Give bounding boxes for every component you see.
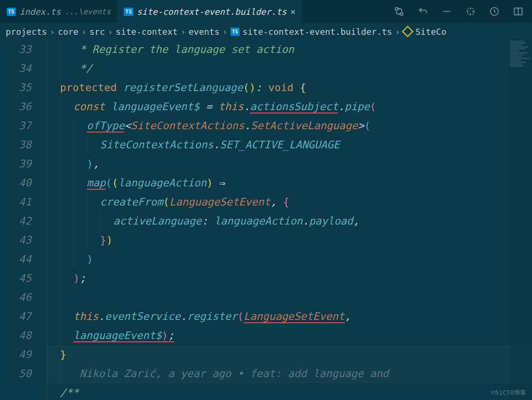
function: map bbox=[87, 177, 106, 190]
comment: * Register the language set action bbox=[73, 43, 294, 55]
split-editor-icon[interactable] bbox=[513, 6, 523, 17]
circle-dash-icon[interactable] bbox=[465, 6, 476, 17]
breadcrumb-item[interactable]: SiteCo bbox=[415, 27, 446, 37]
breadcrumb-item[interactable]: site-context-event.builder.ts bbox=[242, 27, 392, 37]
breadcrumb-item[interactable]: events bbox=[189, 27, 220, 37]
chevron-right-icon: › bbox=[395, 27, 400, 37]
code-editor[interactable]: 333435 363738 394041 424344 454647 48495… bbox=[0, 40, 532, 400]
ts-icon: TS bbox=[124, 8, 133, 16]
ts-icon: TS bbox=[231, 28, 240, 36]
dash-icon[interactable] bbox=[442, 6, 452, 17]
tab-label: index.ts bbox=[20, 7, 61, 17]
method: pipe bbox=[345, 101, 370, 113]
editor-actions bbox=[385, 0, 532, 23]
close-icon[interactable]: × bbox=[291, 7, 296, 17]
comment: /** bbox=[60, 387, 79, 399]
svg-point-1 bbox=[401, 13, 403, 16]
identifier: SiteContextActions bbox=[100, 139, 213, 151]
comment: */ bbox=[73, 62, 92, 74]
method-icon bbox=[401, 25, 414, 38]
identifier: languageAction bbox=[214, 215, 302, 227]
constant: SET_ACTIVE_LANGUAGE bbox=[220, 139, 340, 151]
breadcrumb-item[interactable]: core bbox=[58, 27, 79, 37]
method: register bbox=[187, 310, 237, 322]
function-name: registerSetLanguage bbox=[123, 82, 243, 93]
parameter: languageAction bbox=[118, 177, 206, 189]
code-content[interactable]: * Register the language set action */ pr… bbox=[43, 40, 532, 400]
property: activeLanguage bbox=[113, 215, 201, 227]
breadcrumb-item[interactable]: site-context bbox=[116, 27, 178, 37]
member: eventService bbox=[105, 310, 181, 322]
keyword: protected bbox=[60, 82, 117, 93]
git-compare-icon[interactable] bbox=[394, 6, 404, 17]
member: actionsSubject bbox=[250, 101, 338, 113]
tabs-bar: TS index.ts ...\events TS site-context-e… bbox=[0, 0, 532, 23]
type: LanguageSetEvent bbox=[170, 196, 271, 208]
breadcrumb[interactable]: projects› core› src› site-context› event… bbox=[0, 23, 532, 40]
variable: languageEvent$ bbox=[111, 101, 199, 113]
chevron-right-icon: › bbox=[108, 27, 113, 37]
type: SetActiveLanguage bbox=[251, 120, 358, 132]
type: LanguageSetEvent bbox=[244, 310, 345, 323]
svg-rect-7 bbox=[403, 26, 413, 36]
ts-icon: TS bbox=[7, 8, 16, 16]
keyword: this bbox=[73, 310, 99, 322]
watermark: ©51CTO博客 bbox=[492, 389, 526, 397]
chevron-right-icon: › bbox=[81, 27, 87, 37]
type: SiteContextActions bbox=[131, 120, 244, 132]
type: void bbox=[268, 82, 293, 93]
chevron-right-icon: › bbox=[222, 27, 228, 37]
tab-suffix: ...\events bbox=[65, 7, 110, 16]
svg-point-0 bbox=[395, 8, 398, 10]
chevron-right-icon: › bbox=[50, 27, 55, 37]
keyword: this bbox=[219, 101, 244, 113]
variable: languageEvent$ bbox=[73, 329, 161, 342]
keyword: const bbox=[73, 101, 105, 113]
member: payload bbox=[309, 215, 353, 227]
tab-active[interactable]: TS site-context-event.builder.ts × bbox=[117, 0, 302, 23]
chevron-right-icon: › bbox=[181, 27, 186, 37]
breadcrumb-item[interactable]: src bbox=[90, 27, 105, 37]
tab-inactive[interactable]: TS index.ts ...\events bbox=[0, 0, 117, 23]
git-blame: Nikola Zarić, a year ago • feat: add lan… bbox=[80, 368, 389, 379]
revert-icon[interactable] bbox=[418, 6, 428, 17]
function: createFrom bbox=[100, 196, 163, 208]
clock-icon[interactable] bbox=[489, 6, 500, 17]
breadcrumb-item[interactable]: projects bbox=[6, 27, 47, 37]
tab-label: site-context-event.builder.ts bbox=[137, 7, 287, 17]
function: ofType bbox=[87, 120, 124, 133]
line-gutter: 333435 363738 394041 424344 454647 48495… bbox=[0, 40, 43, 400]
